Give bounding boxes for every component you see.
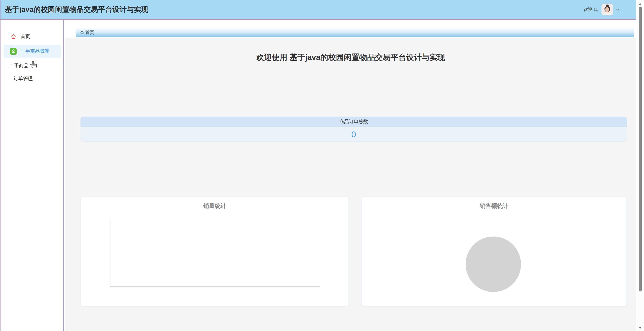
- sidebar-item-label: 二手商品管理: [21, 48, 49, 55]
- header-bar: 基于java的校园闲置物品交易平台设计与实现 欢迎 11: [1, 0, 636, 19]
- content-panel: 欢迎使用 基于java的校园闲置物品交易平台设计与实现 商品订单总数 0 销量统…: [65, 38, 636, 331]
- scroll-down-arrow-icon[interactable]: ▼: [636, 325, 644, 330]
- sales-volume-chart-card: 销量统计: [80, 196, 349, 306]
- sidebar-item-label: 订单管理: [14, 75, 33, 82]
- empty-pie-chart-circle: [466, 237, 521, 292]
- header-user-area[interactable]: 欢迎 11: [584, 4, 620, 15]
- stat-card-body: 0: [80, 127, 627, 141]
- chevron-down-icon[interactable]: [616, 8, 620, 12]
- sales-amount-chart-title: 销售额统计: [362, 202, 626, 210]
- sidebar-item-secondhand-goods-management[interactable]: 二手商品管理: [4, 45, 61, 58]
- order-total-stat-card: 商品订单总数 0: [80, 117, 627, 141]
- home-icon: [11, 34, 17, 40]
- page-title: 基于java的校园闲置物品交易平台设计与实现: [5, 5, 148, 14]
- sidebar-item-order-management[interactable]: 订单管理: [1, 72, 63, 85]
- empty-line-chart-axes: [110, 219, 320, 287]
- scrollbar-thumb[interactable]: [639, 7, 642, 291]
- sidebar-item-home[interactable]: 首页: [1, 30, 63, 43]
- sales-amount-chart-card: 销售额统计: [361, 196, 627, 306]
- stat-card-header: 商品订单总数: [80, 117, 627, 127]
- stat-card-value: 0: [351, 129, 356, 139]
- sidebar-item-label: 二手商品: [9, 62, 28, 69]
- breadcrumb-home-icon: [80, 30, 84, 35]
- sales-volume-chart-title: 销量统计: [81, 202, 348, 210]
- main-area: 首页 欢迎使用 基于java的校园闲置物品交易平台设计与实现 商品订单总数 0 …: [65, 20, 636, 331]
- scroll-up-arrow-icon[interactable]: ▲: [636, 2, 644, 6]
- breadcrumb[interactable]: 首页: [76, 28, 634, 37]
- goods-icon: [10, 48, 17, 55]
- breadcrumb-home-label[interactable]: 首页: [85, 29, 94, 36]
- app-window: 基于java的校园闲置物品交易平台设计与实现 欢迎 11: [0, 0, 644, 331]
- vertical-scrollbar[interactable]: ▲ ▼: [636, 0, 644, 331]
- hand-cursor-icon: [30, 60, 38, 70]
- welcome-user-text: 欢迎 11: [584, 7, 598, 12]
- stat-card-label: 商品订单总数: [339, 118, 368, 125]
- sidebar-item-label: 首页: [21, 33, 30, 40]
- welcome-heading: 欢迎使用 基于java的校园闲置物品交易平台设计与实现: [65, 52, 636, 63]
- user-avatar[interactable]: [601, 4, 613, 15]
